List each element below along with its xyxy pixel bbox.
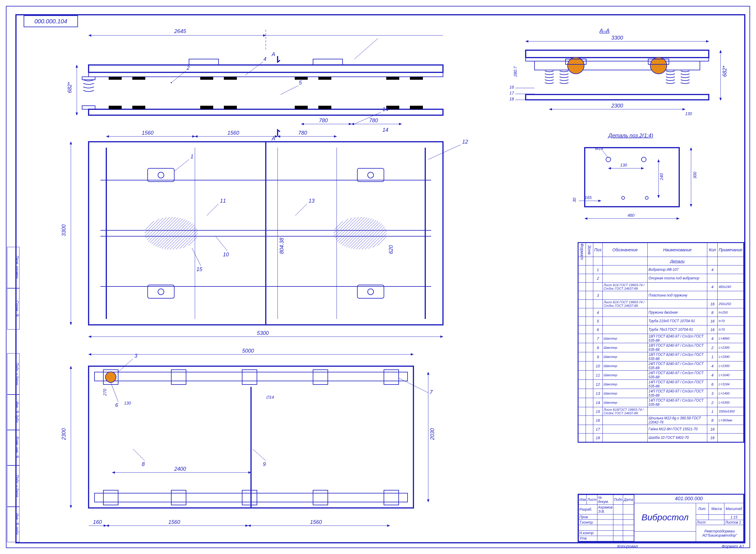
svg-rect-121 (526, 95, 709, 100)
svg-text:780: 780 (298, 130, 307, 136)
bom-table: Формат Зона Поз Обозначение Наименование… (578, 242, 744, 443)
svg-point-42 (158, 172, 164, 178)
svg-text:1560: 1560 (168, 519, 180, 525)
svg-text:682*: 682* (722, 65, 728, 77)
plan-table-view: 1560 1560 780 3300 5300 804.38 620 1 11 … (61, 130, 468, 337)
svg-text:14: 14 (383, 127, 388, 133)
side-label: Справ. № (7, 288, 19, 330)
svg-text:М18: М18 (595, 146, 603, 151)
title-block: ИзмЛист№ докум.ПодпДата Разраб.Ахрамов Э… (578, 494, 744, 542)
svg-text:165: 165 (585, 195, 592, 200)
svg-rect-0 (89, 65, 443, 72)
svg-text:11: 11 (220, 198, 226, 204)
svg-point-50 (334, 217, 387, 250)
svg-text:5000: 5000 (242, 348, 254, 354)
svg-line-146 (602, 151, 608, 158)
svg-text:30: 30 (572, 198, 577, 202)
base-frame-view: 5000 2300 2030 2400 160 1560 1560 270 13… (61, 348, 435, 525)
svg-text:15: 15 (196, 266, 202, 272)
svg-rect-141 (585, 148, 679, 207)
svg-rect-47 (357, 285, 384, 298)
svg-point-124 (650, 57, 667, 74)
svg-text:12: 12 (462, 139, 468, 145)
svg-text:2030: 2030 (429, 428, 435, 440)
svg-text:804.38: 804.38 (279, 238, 285, 254)
svg-line-113 (133, 449, 145, 461)
svg-rect-2 (89, 109, 443, 115)
svg-text:2400: 2400 (174, 466, 186, 472)
svg-text:3: 3 (134, 353, 137, 359)
side-label: Подп. и дата (7, 353, 19, 394)
svg-point-44 (368, 172, 373, 178)
svg-text:2300: 2300 (61, 428, 67, 440)
svg-point-49 (145, 217, 198, 250)
svg-rect-41 (148, 168, 174, 182)
svg-rect-120 (534, 61, 700, 70)
svg-text:4: 4 (264, 56, 267, 62)
copied-label: Копировал (617, 544, 638, 549)
svg-text:300: 300 (693, 172, 697, 179)
detail-pos2-view: Деталь поз.2(1:4) М18 130 240 300 460 16… (572, 132, 697, 219)
svg-rect-1 (89, 72, 443, 77)
svg-text:2300: 2300 (611, 103, 623, 109)
svg-text:18: 18 (509, 97, 514, 101)
svg-line-24 (281, 86, 298, 95)
svg-line-73 (216, 236, 227, 251)
format-label: Формат А1 (721, 544, 744, 549)
svg-rect-88 (384, 490, 399, 505)
svg-text:130: 130 (620, 163, 627, 167)
svg-text:3300: 3300 (611, 35, 623, 41)
svg-rect-85 (171, 490, 186, 505)
svg-rect-5 (189, 59, 219, 65)
svg-point-122 (568, 57, 584, 74)
svg-text:13: 13 (308, 198, 314, 204)
svg-line-65 (207, 204, 219, 216)
svg-text:460: 460 (628, 213, 635, 218)
svg-point-144 (622, 197, 625, 199)
side-label: Инв. № дубл. (7, 394, 19, 430)
svg-text:2645: 2645 (174, 29, 186, 34)
svg-point-145 (645, 197, 648, 199)
svg-text:5300: 5300 (257, 330, 269, 336)
svg-rect-3 (82, 77, 95, 80)
svg-text:682*: 682* (67, 82, 73, 93)
svg-text:14: 14 (383, 106, 388, 112)
svg-text:А: А (272, 51, 275, 57)
side-label: Взам. инв. № (7, 430, 19, 465)
drawing-sheet: { "part_number": "000.000.104", "section… (0, 0, 756, 554)
svg-line-109 (111, 382, 118, 402)
svg-rect-77 (95, 372, 408, 381)
svg-text:130: 130 (685, 111, 692, 116)
svg-text:5: 5 (299, 80, 302, 86)
svg-text:780: 780 (319, 117, 328, 123)
svg-line-107 (118, 359, 133, 372)
svg-text:280.7: 280.7 (513, 66, 518, 77)
svg-text:17: 17 (509, 91, 514, 95)
svg-rect-87 (313, 490, 328, 505)
svg-rect-43 (357, 168, 384, 182)
svg-text:8: 8 (142, 461, 145, 467)
svg-text:7: 7 (430, 389, 433, 395)
svg-line-22 (245, 62, 263, 75)
svg-text:Деталь поз.2(1:4): Деталь поз.2(1:4) (608, 132, 653, 138)
svg-line-26 (354, 38, 378, 59)
svg-text:780: 780 (369, 117, 378, 123)
top-side-view: 2645 682* 780 780 А А 2 4 5 14 (67, 29, 443, 142)
svg-text:620: 620 (388, 245, 394, 254)
svg-text:9: 9 (263, 461, 266, 467)
side-label: Перв. примен. (7, 247, 19, 288)
svg-point-48 (368, 289, 373, 295)
svg-line-63 (174, 160, 189, 171)
svg-text:1560: 1560 (227, 130, 239, 136)
svg-text:240: 240 (659, 173, 664, 180)
section-aa-view: А–А 3300 682* 2300 130 280.7 16 17 18 (509, 28, 756, 116)
svg-text:160: 160 (93, 519, 102, 525)
svg-rect-84 (103, 490, 118, 505)
svg-text:130: 130 (124, 401, 131, 405)
svg-point-20 (171, 82, 172, 83)
svg-rect-118 (526, 50, 709, 58)
svg-text:∅14: ∅14 (266, 395, 274, 399)
svg-point-89 (105, 372, 116, 382)
svg-text:А–А: А–А (599, 28, 609, 34)
svg-point-46 (158, 289, 164, 295)
